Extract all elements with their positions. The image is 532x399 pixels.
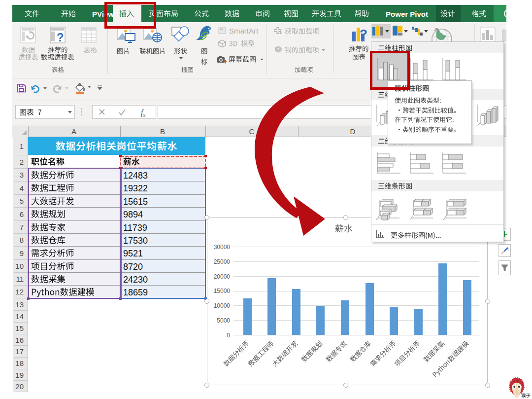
svg-text:?: ?: [360, 27, 367, 41]
svg-text:?: ?: [57, 31, 64, 44]
